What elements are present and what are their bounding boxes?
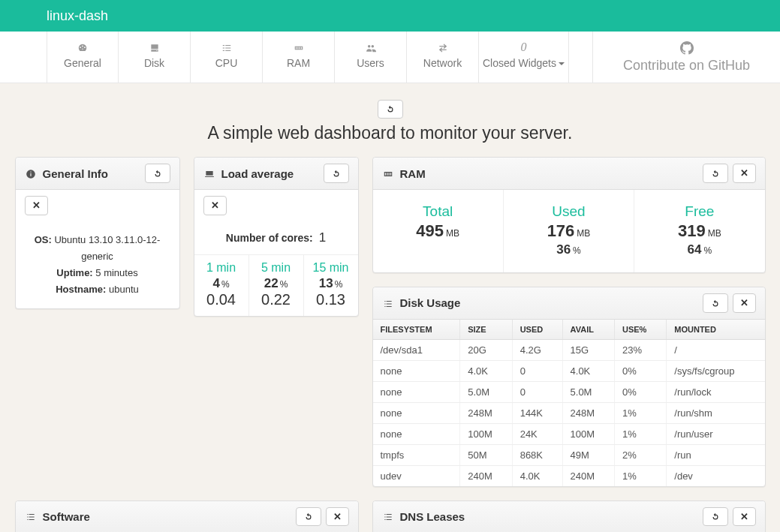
ram-free: Free 319MB 64% (634, 190, 764, 272)
close-button[interactable]: ✕ (203, 196, 227, 215)
col-used[interactable]: USED (512, 320, 562, 340)
refresh-all-button[interactable] (378, 100, 403, 119)
table-row: none248M144K248M1%/run/shm (373, 402, 765, 423)
nav-general[interactable]: General (47, 32, 119, 83)
close-icon: ✕ (333, 511, 342, 522)
github-icon (593, 41, 780, 55)
load-15min: 15 min 13% 0.13 (304, 255, 358, 316)
col-filesystem[interactable]: FILESYSTEM (373, 320, 460, 340)
refresh-button[interactable] (296, 507, 321, 527)
caret-down-icon (559, 62, 565, 65)
refresh-icon (303, 512, 314, 522)
nav-disk[interactable]: Disk (119, 32, 191, 83)
nav-closed-widgets[interactable]: 0 Closed Widgets (479, 32, 569, 83)
hdd-icon (119, 41, 190, 54)
panel-title: RAM (400, 167, 703, 180)
exchange-icon (407, 41, 478, 54)
close-button[interactable]: ✕ (733, 164, 756, 183)
close-button[interactable]: ✕ (733, 507, 756, 527)
table-row: udev240M4.0K240M1%/dev (373, 465, 765, 486)
tasks-icon (191, 41, 262, 54)
panel-ram: RAM ✕ Total 495MB Used 176MB 36% (372, 157, 766, 273)
panel-title: Disk Usage (400, 296, 703, 309)
close-icon: ✕ (740, 511, 748, 522)
close-icon: ✕ (740, 167, 748, 179)
svg-rect-2 (30, 172, 31, 173)
nav-cpu[interactable]: CPU (191, 32, 263, 83)
laptop-icon (203, 167, 215, 179)
panel-title: General Info (43, 167, 145, 180)
refresh-button[interactable] (145, 164, 170, 183)
nav-ram[interactable]: RAM (263, 32, 335, 83)
headline: A simple web dashboard to monitor your s… (0, 100, 780, 144)
cores-value: 1 (319, 230, 326, 245)
refresh-icon (710, 169, 721, 179)
svg-rect-1 (30, 173, 31, 176)
ram-total: Total 495MB (373, 190, 504, 272)
refresh-icon (385, 104, 396, 115)
panel-load-average: Load average ✕ Number of cores: 1 1 min … (194, 157, 359, 316)
refresh-icon (331, 169, 342, 179)
close-icon: ✕ (740, 297, 748, 308)
close-icon: ✕ (211, 200, 219, 211)
ram-used: Used 176MB 36% (504, 190, 634, 272)
table-row: none4.0K04.0K0%/sys/fs/cgroup (373, 360, 765, 381)
panel-title: Load average (221, 167, 324, 180)
dashboard-icon (47, 41, 118, 54)
disk-usage-table: FILESYSTEM SIZE USED AVAIL USE% MOUNTED … (373, 320, 765, 486)
panel-disk-usage: Disk Usage ✕ FILESYSTEM SIZE USED AVAIL … (372, 287, 766, 487)
contribute-link[interactable]: Contribute on GitHub (592, 32, 780, 83)
list-icon (382, 510, 394, 522)
table-row: tmpfs50M868K49M2%/run (373, 444, 765, 465)
close-icon: ✕ (32, 200, 41, 211)
refresh-button[interactable] (703, 164, 728, 183)
refresh-icon (710, 512, 721, 522)
main-nav: General Disk CPU RAM Users Network 0 Clo… (0, 32, 780, 83)
refresh-button[interactable] (703, 293, 728, 313)
refresh-icon (710, 299, 721, 309)
close-button[interactable]: ✕ (25, 196, 48, 215)
headline-text: A simple web dashboard to monitor your s… (0, 123, 780, 143)
col-avail[interactable]: AVAIL (562, 320, 614, 340)
table-row: none100M24K100M1%/run/user (373, 423, 765, 444)
refresh-button[interactable] (703, 507, 728, 527)
table-row: none5.0M05.0M0%/run/lock (373, 381, 765, 402)
close-button[interactable]: ✕ (733, 293, 756, 313)
brand-title: linux-dash (47, 8, 108, 24)
table-row: /dev/sda120G4.2G15G23%/ (373, 339, 765, 360)
col-usep[interactable]: USE% (615, 320, 667, 340)
list-icon (25, 510, 37, 522)
panel-dns-leases: DNS Leases ✕ EXPIRES AT MAC ADDRESS IP A… (372, 500, 766, 532)
load-1min: 1 min 4% 0.04 (194, 255, 249, 316)
col-size[interactable]: SIZE (460, 320, 512, 340)
users-icon (335, 41, 406, 54)
ram-card-icon (382, 167, 394, 179)
panel-title: Software (43, 510, 296, 523)
panel-general-info: General Info ✕ OS: Ubuntu 13.10 3.11.0-1… (15, 157, 180, 309)
refresh-button[interactable] (324, 164, 349, 183)
info-icon (25, 167, 37, 179)
col-mounted[interactable]: MOUNTED (667, 320, 765, 340)
nav-users[interactable]: Users (335, 32, 407, 83)
list-icon (382, 297, 394, 309)
panel-software: Software ✕ SOFTWARE INSTALLATION (15, 500, 359, 532)
load-average-grid: 1 min 4% 0.04 5 min 22% 0.22 15 min 13% … (194, 254, 358, 316)
ram-icon (263, 41, 334, 54)
refresh-icon (152, 169, 163, 179)
panel-title: DNS Leases (400, 510, 703, 523)
italic-icon: 0 (479, 41, 568, 54)
nav-network[interactable]: Network (407, 32, 479, 83)
close-button[interactable]: ✕ (326, 507, 349, 527)
load-5min: 5 min 22% 0.22 (249, 255, 304, 316)
brand-header: linux-dash (0, 0, 780, 32)
